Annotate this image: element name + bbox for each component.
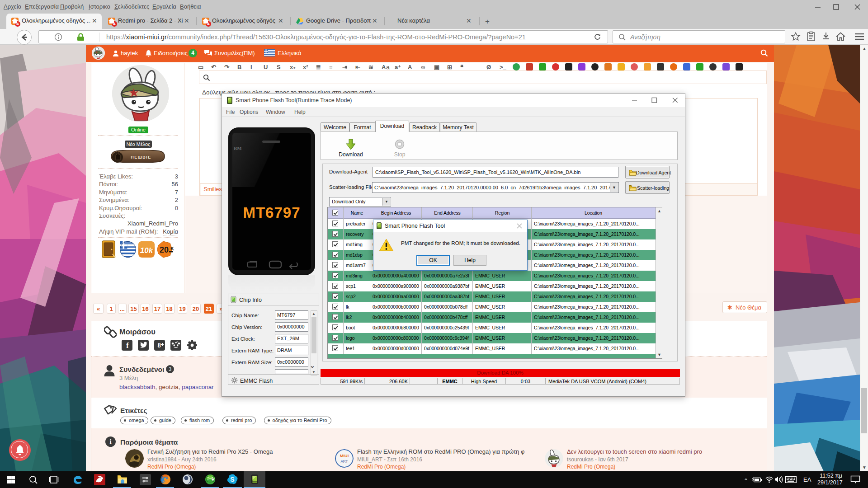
svg-text:ΠΕШΒΙΕ: ΠΕШΒΙΕ (131, 155, 151, 160)
svg-text:20: 20 (160, 245, 169, 254)
svg-text:K: K (170, 246, 174, 251)
svg-text:10k: 10k (140, 246, 154, 255)
svg-text:f: f (126, 342, 129, 349)
svg-text:MIUI: MIUI (340, 454, 349, 458)
svg-text:ART: ART (340, 460, 348, 464)
svg-text:8: 8 (157, 342, 160, 349)
svg-text:S: S (230, 476, 234, 483)
